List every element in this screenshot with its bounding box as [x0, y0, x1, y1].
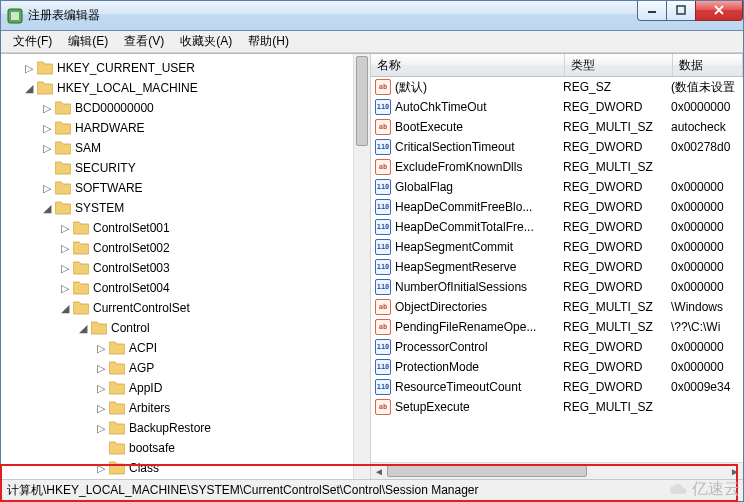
tree-node-label: HKEY_CURRENT_USER: [57, 61, 195, 75]
value-row[interactable]: 110NumberOfInitialSessionsREG_DWORD0x000…: [371, 277, 743, 297]
values-list[interactable]: ab(默认)REG_SZ(数值未设置110AutoChkTimeOutREG_D…: [371, 77, 743, 462]
expand-icon[interactable]: ▷: [95, 403, 106, 414]
value-data: 0x000000: [671, 200, 743, 214]
key-tree[interactable]: ▷HKEY_CURRENT_USER◢HKEY_LOCAL_MACHINE▷BC…: [1, 54, 353, 479]
value-data: (数值未设置: [671, 79, 743, 96]
folder-icon: [109, 341, 125, 355]
tree-node[interactable]: ◢CurrentControlSet: [3, 298, 351, 318]
value-row[interactable]: 110ProcessorControlREG_DWORD0x000000: [371, 337, 743, 357]
close-icon: [714, 5, 724, 15]
menu-file[interactable]: 文件(F): [5, 31, 60, 52]
tree-scrollbar[interactable]: [353, 54, 370, 479]
close-button[interactable]: [695, 1, 743, 21]
tree-node[interactable]: ▷SOFTWARE: [3, 178, 351, 198]
value-name: ObjectDirectories: [395, 300, 563, 314]
value-row[interactable]: 110HeapSegmentCommitREG_DWORD0x000000: [371, 237, 743, 257]
registry-editor-window: 注册表编辑器 文件(F) 编辑(E) 查看(V) 收藏夹(A) 帮助(H) ▷H…: [0, 0, 744, 502]
expand-icon[interactable]: ▷: [41, 183, 52, 194]
menu-edit[interactable]: 编辑(E): [60, 31, 116, 52]
folder-icon: [55, 101, 71, 115]
expand-icon[interactable]: ▷: [95, 423, 106, 434]
expand-icon[interactable]: ▷: [95, 343, 106, 354]
tree-node[interactable]: ▷ControlSet001: [3, 218, 351, 238]
value-row[interactable]: 110HeapSegmentReserveREG_DWORD0x000000: [371, 257, 743, 277]
expand-icon[interactable]: ▷: [59, 283, 70, 294]
expand-icon[interactable]: ▷: [41, 143, 52, 154]
tree-node[interactable]: SECURITY: [3, 158, 351, 178]
maximize-icon: [676, 5, 686, 15]
expand-icon[interactable]: ▷: [59, 243, 70, 254]
value-data: 0x000000: [671, 260, 743, 274]
value-data: 0x000000: [671, 240, 743, 254]
tree-node[interactable]: ▷BackupRestore: [3, 418, 351, 438]
tree-node-label: CurrentControlSet: [93, 301, 190, 315]
expand-icon[interactable]: ▷: [95, 363, 106, 374]
scroll-right-icon[interactable]: ►: [727, 463, 743, 479]
values-hscrollbar[interactable]: ◄ ►: [371, 462, 743, 479]
expand-icon[interactable]: ▷: [59, 223, 70, 234]
expand-icon[interactable]: ▷: [95, 463, 106, 474]
tree-node[interactable]: ▷BCD00000000: [3, 98, 351, 118]
expand-icon[interactable]: ▷: [23, 63, 34, 74]
value-name: (默认): [395, 79, 563, 96]
value-name: ProcessorControl: [395, 340, 563, 354]
value-row[interactable]: 110HeapDeCommitTotalFre...REG_DWORD0x000…: [371, 217, 743, 237]
collapse-icon[interactable]: ◢: [23, 83, 34, 94]
tree-node[interactable]: ▷HKEY_CURRENT_USER: [3, 58, 351, 78]
minimize-button[interactable]: [637, 1, 667, 21]
folder-icon: [109, 361, 125, 375]
tree-node[interactable]: ◢HKEY_LOCAL_MACHINE: [3, 78, 351, 98]
folder-icon: [109, 441, 125, 455]
value-row[interactable]: abSetupExecuteREG_MULTI_SZ: [371, 397, 743, 417]
value-name: SetupExecute: [395, 400, 563, 414]
maximize-button[interactable]: [666, 1, 696, 21]
collapse-icon[interactable]: ◢: [77, 323, 88, 334]
expand-icon[interactable]: ▷: [59, 263, 70, 274]
value-row[interactable]: 110ProtectionModeREG_DWORD0x000000: [371, 357, 743, 377]
tree-node[interactable]: ▷SAM: [3, 138, 351, 158]
collapse-icon[interactable]: ◢: [41, 203, 52, 214]
tree-node[interactable]: ▷Arbiters: [3, 398, 351, 418]
expand-icon[interactable]: ▷: [41, 123, 52, 134]
value-row[interactable]: 110CriticalSectionTimeoutREG_DWORD0x0027…: [371, 137, 743, 157]
tree-node[interactable]: ▷Class: [3, 458, 351, 478]
value-row[interactable]: abObjectDirectoriesREG_MULTI_SZ\Windows: [371, 297, 743, 317]
value-row[interactable]: 110GlobalFlagREG_DWORD0x000000: [371, 177, 743, 197]
tree-node[interactable]: ▷AGP: [3, 358, 351, 378]
tree-node[interactable]: ▷AppID: [3, 378, 351, 398]
value-row[interactable]: 110AutoChkTimeOutREG_DWORD0x0000000: [371, 97, 743, 117]
collapse-icon[interactable]: ◢: [59, 303, 70, 314]
value-name: ProtectionMode: [395, 360, 563, 374]
value-row[interactable]: 110ResourceTimeoutCountREG_DWORD0x0009e3…: [371, 377, 743, 397]
tree-node[interactable]: bootsafe: [3, 438, 351, 458]
value-data: 0x000000: [671, 220, 743, 234]
titlebar[interactable]: 注册表编辑器: [1, 1, 743, 31]
value-row[interactable]: abExcludeFromKnownDllsREG_MULTI_SZ: [371, 157, 743, 177]
menu-favorites[interactable]: 收藏夹(A): [172, 31, 240, 52]
tree-node[interactable]: ▷ACPI: [3, 338, 351, 358]
tree-node[interactable]: ◢SYSTEM: [3, 198, 351, 218]
value-row[interactable]: 110HeapDeCommitFreeBlo...REG_DWORD0x0000…: [371, 197, 743, 217]
expand-icon[interactable]: ▷: [95, 383, 106, 394]
expand-icon[interactable]: ▷: [41, 103, 52, 114]
value-data: 0x000000: [671, 180, 743, 194]
scrollbar-thumb[interactable]: [356, 56, 368, 146]
folder-icon: [55, 121, 71, 135]
tree-node[interactable]: ▷HARDWARE: [3, 118, 351, 138]
menu-view[interactable]: 查看(V): [116, 31, 172, 52]
tree-node[interactable]: ▷ControlSet004: [3, 278, 351, 298]
string-value-icon: ab: [375, 119, 391, 135]
value-row[interactable]: abPendingFileRenameOpe...REG_MULTI_SZ\??…: [371, 317, 743, 337]
col-name[interactable]: 名称: [371, 54, 565, 76]
tree-node[interactable]: ▷ControlSet002: [3, 238, 351, 258]
menu-help[interactable]: 帮助(H): [240, 31, 297, 52]
col-data[interactable]: 数据: [673, 54, 743, 76]
tree-node[interactable]: ▷ControlSet003: [3, 258, 351, 278]
value-row[interactable]: ab(默认)REG_SZ(数值未设置: [371, 77, 743, 97]
col-type[interactable]: 类型: [565, 54, 673, 76]
value-row[interactable]: abBootExecuteREG_MULTI_SZautocheck: [371, 117, 743, 137]
value-type: REG_DWORD: [563, 280, 671, 294]
hscroll-thumb[interactable]: [387, 465, 587, 477]
tree-node[interactable]: ◢Control: [3, 318, 351, 338]
scroll-left-icon[interactable]: ◄: [371, 463, 387, 479]
